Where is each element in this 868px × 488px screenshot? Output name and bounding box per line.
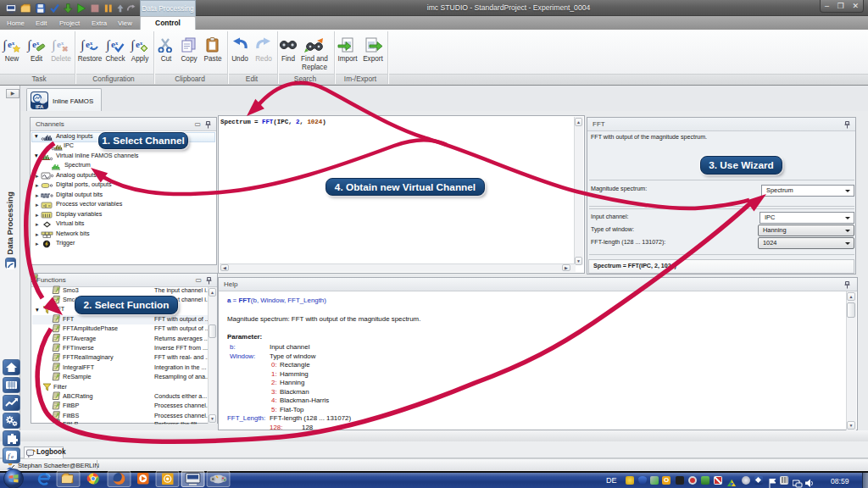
svg-text:eˣ: eˣ — [111, 39, 119, 49]
svg-text:∫: ∫ — [80, 38, 86, 53]
svg-text:∫: ∫ — [51, 38, 57, 53]
svg-text:∫: ∫ — [105, 38, 111, 53]
svg-text:✖: ✖ — [62, 45, 69, 53]
svg-text:∫: ∫ — [2, 38, 8, 53]
svg-text:IFA: IFA — [36, 104, 44, 109]
svg-text:∫: ∫ — [26, 38, 32, 53]
svg-text:∫: ∫ — [130, 38, 136, 53]
svg-text:e: e — [11, 453, 14, 460]
